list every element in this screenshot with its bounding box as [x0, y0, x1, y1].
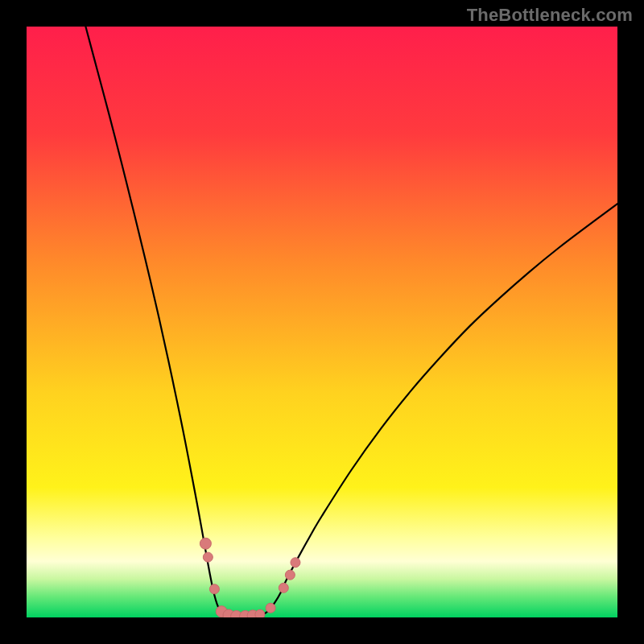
left-marker-upper-a: [200, 538, 211, 549]
chart-frame: TheBottleneck.com: [0, 0, 644, 644]
right-marker-c: [285, 570, 295, 580]
curves-layer: [27, 27, 617, 617]
plot-area: [27, 27, 617, 617]
right-marker-a: [266, 603, 275, 613]
right-curve: [246, 204, 617, 617]
data-points: [200, 538, 300, 617]
basin-f: [255, 609, 265, 617]
left-marker-upper-b: [203, 552, 213, 562]
left-marker-mid: [209, 584, 219, 594]
right-marker-b: [279, 583, 288, 592]
left-curve: [85, 27, 245, 617]
right-marker-d: [291, 558, 300, 568]
watermark-text: TheBottleneck.com: [467, 5, 633, 26]
